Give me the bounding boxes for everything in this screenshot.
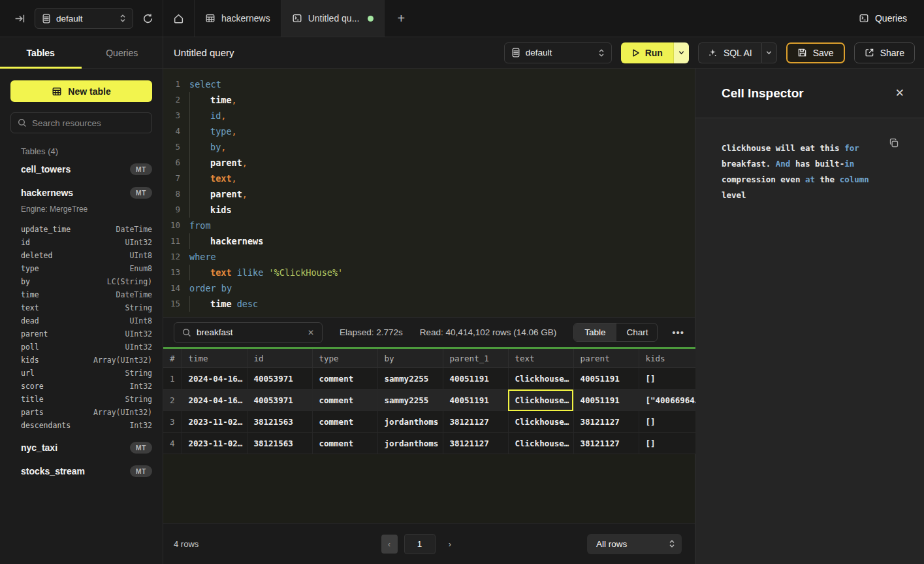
table-cell[interactable]: comment [312,411,377,433]
table-cell[interactable]: 40051191 [573,390,639,411]
table-cell[interactable]: 2024-04-16… [182,368,247,390]
code-line[interactable]: 1select [163,76,695,92]
table-cell[interactable]: 38121127 [443,411,508,433]
column-header[interactable]: type [312,348,377,368]
resource-search[interactable] [10,112,152,133]
column-header[interactable]: parent [573,348,639,368]
clear-search-button[interactable]: ✕ [308,328,314,337]
table-cell[interactable]: ["40066964… [639,390,695,411]
column-header[interactable]: id [247,348,312,368]
close-inspector-button[interactable]: ✕ [895,86,904,100]
table-cell[interactable]: comment [312,433,377,454]
sql-ai-button[interactable]: SQL AI [698,42,761,63]
column-header[interactable]: time [182,348,247,368]
sidebar-tab-tables[interactable]: Tables [0,37,82,68]
table-cell[interactable]: comment [312,368,377,390]
code-line[interactable]: 14order by [163,280,695,296]
table-cell[interactable]: 40053971 [247,390,312,411]
code-text: time desc [189,296,258,312]
view-toggle-table[interactable]: Table [574,323,616,341]
table-cell[interactable]: Clickhouse… [508,368,573,390]
column-header[interactable]: by [377,348,443,368]
tab-hackernews[interactable]: hackernews [195,0,281,37]
table-cell[interactable]: sammy2255 [377,368,443,390]
code-line[interactable]: 8parent, [163,186,695,202]
code-line[interactable]: 2time, [163,92,695,108]
table-cell[interactable]: 40053971 [247,368,312,390]
sidebar-table-cell-towers[interactable]: cell_towers MT [10,158,152,181]
code-line[interactable]: 6parent, [163,155,695,171]
new-table-button[interactable]: New table [10,80,152,102]
copy-cell-button[interactable] [889,138,899,148]
column-header[interactable]: kids [639,348,695,368]
sql-editor[interactable]: 1select2time,3id,4type,5by,6parent,7text… [163,69,695,318]
results-search-input[interactable] [197,327,302,337]
column-header[interactable]: text [508,348,573,368]
run-button[interactable]: Run [621,42,673,63]
refresh-button[interactable] [142,13,153,24]
table-cell[interactable]: 38121127 [573,433,639,454]
table-cell[interactable]: 40051191 [443,368,508,390]
code-line[interactable]: 5by, [163,139,695,155]
sidebar-table-stocks-stream[interactable]: stocks_stream MT [10,459,152,483]
code-line[interactable]: 9kids [163,202,695,218]
code-token: ilike [237,267,264,278]
table-cell[interactable]: 38121127 [443,433,508,454]
previous-page-button[interactable]: ‹ [381,535,398,554]
queries-button[interactable]: Queries [859,13,907,24]
share-button[interactable]: Share [854,42,915,63]
new-tab-button[interactable]: + [385,0,417,37]
table-cell[interactable]: 2023-11-02… [182,411,247,433]
table-cell[interactable]: 2023-11-02… [182,433,247,454]
code-line[interactable]: 3id, [163,108,695,124]
code-line[interactable]: 15time desc [163,296,695,312]
code-line[interactable]: 4type, [163,124,695,139]
table-cell[interactable]: 38121563 [247,433,312,454]
code-line[interactable]: 11hackernews [163,233,695,249]
collapse-sidebar-button[interactable] [14,13,25,24]
sidebar-table-hackernews[interactable]: hackernews MT [10,181,152,205]
table-cell[interactable]: 40051191 [443,390,508,411]
table-cell[interactable]: [] [639,368,695,390]
query-database-selector[interactable]: default [504,42,612,63]
sidebar-table-nyc-taxi[interactable]: nyc_taxi MT [10,436,152,459]
sql-ai-options-button[interactable] [761,42,777,63]
sidebar-tab-queries[interactable]: Queries [82,37,163,68]
code-text: text ilike '%ClickHouse%' [189,265,343,280]
results-more-button[interactable]: ••• [672,327,684,338]
code-token: time [210,95,232,105]
view-toggle-chart[interactable]: Chart [616,323,658,341]
tab-home[interactable] [163,0,195,37]
table-cell[interactable]: [] [639,411,695,433]
column-type: String [125,393,152,406]
column-header[interactable]: parent_1 [443,348,508,368]
table-cell[interactable]: Clickhouse… [508,390,573,411]
table-cell[interactable]: Clickhouse… [508,433,573,454]
code-line[interactable]: 10from [163,218,695,233]
table-cell[interactable]: jordanthoms [377,411,443,433]
next-page-button[interactable]: › [442,535,458,554]
table-cell[interactable]: jordanthoms [377,433,443,454]
table-cell[interactable]: 2024-04-16… [182,390,247,411]
code-line[interactable]: 7text, [163,171,695,186]
table-cell[interactable]: 38121127 [573,411,639,433]
code-line[interactable]: 13text ilike '%ClickHouse%' [163,265,695,280]
table-cell[interactable]: sammy2255 [377,390,443,411]
table-cell[interactable]: comment [312,390,377,411]
table-cell[interactable]: 40051191 [573,368,639,390]
page-size-selector[interactable]: All rows [587,534,682,554]
save-button[interactable]: Save [786,42,845,63]
table-cell[interactable]: [] [639,433,695,454]
topbar-database-selector[interactable]: default [35,8,133,29]
table-cell[interactable]: Clickhouse… [508,411,573,433]
results-search[interactable]: ✕ [174,322,323,343]
code-line[interactable]: 12where [163,249,695,265]
tab-untitled-query[interactable]: Untitled qu... [281,0,385,37]
table-cell[interactable]: 38121563 [247,411,312,433]
resource-search-input[interactable] [32,118,148,128]
run-options-button[interactable] [673,42,689,63]
row-number-cell: 3 [163,411,182,433]
page-number-input[interactable] [404,534,436,554]
column-name: type [21,262,39,275]
column-header[interactable]: # [163,348,182,368]
